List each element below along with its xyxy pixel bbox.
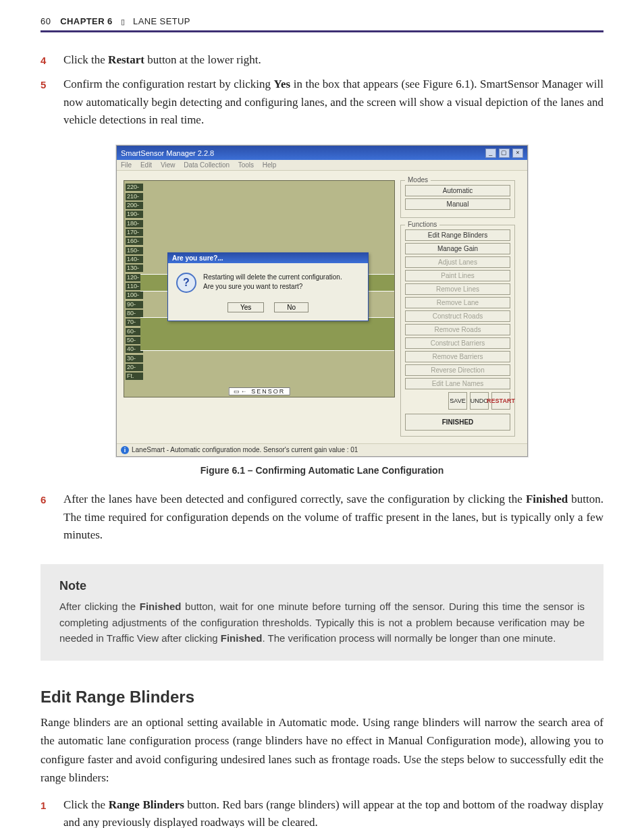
lane-band xyxy=(140,317,394,351)
dialog-line2: Are you sure you want to restart? xyxy=(203,282,342,292)
note-body: After clicking the Finished button, wait… xyxy=(59,599,585,646)
step-text: Confirm the configuration restart by cli… xyxy=(63,78,274,90)
window-buttons: _ ▢ × xyxy=(485,148,523,158)
chart-tick: 190- xyxy=(126,211,143,218)
window-titlebar: SmartSensor Manager 2.2.8 _ ▢ × xyxy=(117,146,527,160)
dialog-yes-button[interactable]: Yes xyxy=(227,302,264,312)
modes-group: Modes Automatic Manual xyxy=(400,180,515,218)
dialog-title: Are you sure?... xyxy=(168,253,368,263)
step-5: 5 Confirm the configuration restart by c… xyxy=(41,76,603,129)
step-text: button at the lower right. xyxy=(144,53,261,66)
menu-data-collection[interactable]: Data Collection xyxy=(184,161,230,169)
running-header: 60 CHAPTER 6 ▯ LANE SETUP xyxy=(41,16,603,32)
function-button: Remove Barriers xyxy=(405,351,510,362)
save-icon-button[interactable]: SAVE xyxy=(448,392,467,410)
function-button: Adjust Lanes xyxy=(405,256,510,268)
confirm-dialog: Are you sure?... ? Restarting will delet… xyxy=(167,252,369,321)
step-bold: Finished xyxy=(526,493,568,505)
menu-help[interactable]: Help xyxy=(263,161,277,169)
function-button: Construct Roads xyxy=(405,310,510,322)
step-1: 1 Click the Range Blinders button. Red b… xyxy=(41,796,603,828)
chapter-title: LANE SETUP xyxy=(133,16,190,26)
info-icon: i xyxy=(121,446,129,454)
function-button: Remove Lane xyxy=(405,297,510,308)
section-paragraph: Range blinders are an optional setting a… xyxy=(41,713,603,787)
step-text: Click the xyxy=(63,53,108,66)
chart-tick: 220- xyxy=(126,184,143,191)
chart-tick: 100- xyxy=(126,292,143,299)
status-text: LaneSmart - Automatic configuration mode… xyxy=(132,446,358,453)
step-bold: Yes xyxy=(274,78,291,90)
menu-file[interactable]: File xyxy=(121,161,132,169)
step-number: 5 xyxy=(41,76,63,92)
function-button: Edit Lane Names xyxy=(405,378,510,389)
restart-icon-button[interactable]: RESTART xyxy=(491,392,510,410)
chart-tick: 90- xyxy=(126,301,143,308)
minimize-icon[interactable]: _ xyxy=(485,148,496,158)
chart-tick: 130- xyxy=(126,265,143,272)
chart-tick: 210- xyxy=(126,193,143,200)
function-button[interactable]: Edit Range Blinders xyxy=(405,229,510,241)
dialog-no-button[interactable]: No xyxy=(274,302,308,312)
undo-icon-button[interactable]: UNDO xyxy=(470,392,489,410)
question-icon: ? xyxy=(176,273,196,293)
functions-title: Functions xyxy=(405,221,439,228)
function-button: Paint Lines xyxy=(405,270,510,281)
note-title: Note xyxy=(59,579,585,593)
chart-tick: 160- xyxy=(126,238,143,245)
chart-y-ticks: 220-210-200-190-180-170-160-150-140-130-… xyxy=(124,181,142,383)
chart-tick: 30- xyxy=(126,355,143,362)
menu-view[interactable]: View xyxy=(161,161,176,169)
screenshot-smartsensor-manager: SmartSensor Manager 2.2.8 _ ▢ × File Edi… xyxy=(116,145,528,457)
chart-tick: Ft. xyxy=(126,372,143,380)
mode-manual-button[interactable]: Manual xyxy=(405,198,510,210)
step-number: 1 xyxy=(41,796,63,813)
modes-title: Modes xyxy=(405,176,431,184)
chart-tick: 80- xyxy=(126,310,143,317)
figure-caption: Figure 6.1 – Confirming Automatic Lane C… xyxy=(41,465,603,476)
maximize-icon[interactable]: ▢ xyxy=(499,148,510,158)
function-button: Reverse Direction xyxy=(405,364,510,376)
steps-mid: 6 After the lanes have been detected and… xyxy=(41,491,603,544)
dialog-line1: Restarting will delete the current confi… xyxy=(203,273,342,282)
steps-bottom: 1 Click the Range Blinders button. Red b… xyxy=(41,796,603,828)
menu-bar: File Edit View Data Collection Tools Hel… xyxy=(117,160,527,171)
status-bar: iLaneSmart - Automatic configuration mod… xyxy=(117,443,527,456)
page-number: 60 xyxy=(41,16,51,26)
chart-tick: 140- xyxy=(126,256,143,263)
chapter-label: CHAPTER 6 xyxy=(60,16,112,26)
menu-tools[interactable]: Tools xyxy=(238,161,254,169)
step-text: After the lanes have been detected and c… xyxy=(63,493,526,505)
functions-group: Functions Edit Range BlindersManage Gain… xyxy=(400,225,515,437)
section-heading-edit-range-blinders: Edit Range Blinders xyxy=(41,688,603,707)
chart-tick: 200- xyxy=(126,202,143,209)
step-text: Click the xyxy=(63,798,109,811)
lane-chart: 220-210-200-190-180-170-160-150-140-130-… xyxy=(124,180,395,397)
note-box: Note After clicking the Finished button,… xyxy=(41,564,603,661)
close-icon[interactable]: × xyxy=(512,148,523,158)
chapter-divider-icon: ▯ xyxy=(121,18,125,26)
mode-automatic-button[interactable]: Automatic xyxy=(405,185,510,196)
chart-tick: 180- xyxy=(126,220,143,227)
function-button: Remove Lines xyxy=(405,283,510,295)
step-bold: Restart xyxy=(108,53,144,66)
step-number: 4 xyxy=(41,51,63,68)
step-number: 6 xyxy=(41,491,63,507)
function-button: Remove Roads xyxy=(405,324,510,335)
sensor-label: ▭← SENSOR xyxy=(229,387,290,395)
window-title: SmartSensor Manager 2.2.8 xyxy=(121,149,214,157)
finished-button[interactable]: FINISHED xyxy=(405,414,510,431)
chart-tick: 20- xyxy=(126,364,143,371)
chart-tick: 170- xyxy=(126,229,143,236)
function-button[interactable]: Manage Gain xyxy=(405,243,510,254)
function-button: Construct Barriers xyxy=(405,337,510,349)
chart-tick: 150- xyxy=(126,247,143,254)
step-4: 4 Click the Restart button at the lower … xyxy=(41,51,603,69)
steps-top: 4 Click the Restart button at the lower … xyxy=(41,51,603,129)
step-6: 6 After the lanes have been detected and… xyxy=(41,491,603,544)
step-bold: Range Blinders xyxy=(109,798,184,811)
menu-edit[interactable]: Edit xyxy=(140,161,152,169)
